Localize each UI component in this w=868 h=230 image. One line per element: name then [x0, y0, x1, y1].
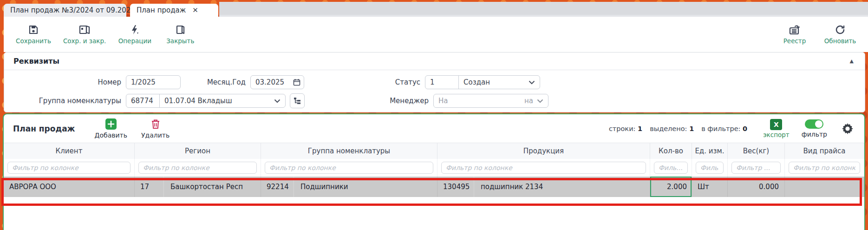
excel-icon: X — [770, 119, 782, 130]
sales-plan-grid-panel: План продаж Добавить Удалить строки: 1 в… — [3, 113, 865, 230]
status-code[interactable]: 1 — [425, 76, 459, 89]
group-code: 92214 — [267, 177, 294, 197]
group-name: Подшипники — [300, 183, 348, 191]
delete-row-label: Удалить — [141, 131, 170, 139]
add-row-label: Добавить — [95, 131, 127, 139]
tree-select-button[interactable] — [290, 93, 305, 108]
grid-toolbar: План продаж Добавить Удалить строки: 1 в… — [4, 114, 864, 143]
delete-row-button[interactable]: Удалить — [141, 118, 170, 139]
manager-combobox[interactable]: На на — [433, 94, 548, 108]
tab-label: План продаж №3/2024 от 09.2024 — [10, 6, 135, 14]
operations-button[interactable]: Операции — [118, 24, 151, 45]
column-header-client[interactable]: Клиент — [4, 143, 135, 159]
requisites-row-1: Номер Месяц.Год Статус 1 Созд — [4, 75, 865, 90]
filter-input-region[interactable] — [138, 162, 257, 174]
save-and-close-label: Сохр. и закр. — [63, 37, 106, 45]
table-row-selected[interactable]: АВРОРА ООО 17 Башкортостан Респ 92214 По… — [4, 177, 864, 197]
cell-product[interactable]: 130495 подшипник 2134 — [437, 177, 650, 197]
tab-plan-3-2024[interactable]: План продаж №3/2024 от 09.2024 ✕ — [4, 4, 126, 17]
column-header-price-kind[interactable]: Вид прайса — [785, 143, 864, 159]
tab-bar-filler — [219, 2, 868, 17]
tab-label: План продаж — [137, 6, 186, 14]
status-combobox[interactable]: 1 Создан — [425, 75, 540, 89]
table-filter-row — [4, 159, 864, 177]
manager-label: Менеджер — [305, 97, 429, 105]
column-header-product[interactable]: Продукция — [437, 143, 650, 159]
filter-input-product[interactable] — [441, 162, 646, 174]
region-code: 17 — [140, 177, 163, 197]
column-header-unit[interactable]: Ед. изм. — [692, 143, 728, 159]
filter-input-qty[interactable] — [654, 162, 688, 174]
chevron-down-icon[interactable] — [537, 99, 543, 103]
manager-value: На — [438, 97, 521, 105]
filter-toggle[interactable]: фильтр — [802, 119, 827, 138]
close-icon[interactable]: ✕ — [192, 6, 198, 14]
toolbar-right-group: Реестр Обновить — [778, 24, 857, 45]
subcell-divider — [163, 177, 164, 197]
cell-client[interactable]: АВРОРА ООО — [4, 177, 135, 197]
column-header-group[interactable]: Группа номенклатуры — [261, 143, 437, 159]
requisites-title: Реквизиты — [13, 57, 59, 66]
save-label: Сохранить — [16, 37, 51, 45]
region-name: Башкортостан Респ — [170, 183, 243, 191]
calendar-icon[interactable] — [293, 79, 300, 86]
table-header-row: Клиент Регион Группа номенклатуры Продук… — [4, 143, 864, 159]
refresh-icon — [835, 24, 846, 35]
nomenclature-group-label: Группа номенклатуры — [4, 97, 121, 105]
requisites-header: Реквизиты ▲ — [4, 53, 865, 70]
status-label: Статус — [304, 78, 420, 86]
nomenclature-group-combobox[interactable]: 68774 01.07.04 Вкладыш — [126, 94, 286, 108]
tab-plan-prodazh-active[interactable]: План продаж ✕ — [130, 4, 218, 17]
nomenclature-group-value: 01.07.04 Вкладыш — [164, 97, 270, 105]
cell-unit[interactable]: Шт — [692, 177, 728, 197]
column-header-region[interactable]: Регион — [135, 143, 261, 159]
filter-input-price-kind[interactable] — [789, 162, 860, 174]
filter-input-client[interactable] — [7, 162, 131, 174]
filter-input-unit[interactable] — [696, 162, 724, 174]
column-header-weight[interactable]: Вес(кг) — [728, 143, 785, 159]
refresh-button[interactable]: Обновить — [823, 24, 857, 45]
requisites-row-2: Группа номенклатуры 68774 01.07.04 Вклад… — [4, 93, 865, 108]
close-form-label: Закрыть — [166, 37, 194, 45]
save-button[interactable]: Сохранить — [16, 24, 51, 45]
number-label: Номер — [4, 78, 121, 86]
door-icon — [175, 24, 186, 35]
export-excel-button[interactable]: X экспорт — [763, 119, 790, 138]
operations-label: Операции — [118, 37, 151, 45]
trash-icon — [150, 118, 161, 130]
app-window: План продаж №3/2024 от 09.2024 ✕ План пр… — [4, 0, 868, 230]
close-form-button[interactable]: Закрыть — [163, 24, 197, 45]
plus-square-icon — [105, 118, 117, 130]
cell-nomenclature-group[interactable]: 92214 Подшипники — [261, 177, 437, 197]
cell-qty-editable[interactable]: 2.000 — [650, 177, 692, 197]
month-year-label: Месяц.Год — [181, 78, 246, 86]
toggle-on-icon[interactable] — [805, 119, 823, 129]
registry-button[interactable]: Реестр — [778, 24, 811, 45]
filter-input-weight[interactable] — [731, 162, 781, 174]
add-row-button[interactable]: Добавить — [95, 118, 127, 139]
main-toolbar: Сохранить Сохр. и закр. — [4, 17, 868, 52]
rows-count: строки: 1 — [609, 125, 642, 132]
status-value: Создан — [463, 78, 525, 86]
number-input[interactable] — [126, 75, 181, 89]
gear-icon[interactable] — [841, 122, 854, 135]
requisites-panel: Реквизиты ▲ Номер Месяц.Год Статус — [4, 52, 865, 112]
save-and-close-button[interactable]: Сохр. и закр. — [63, 24, 106, 45]
manager-right-text: на — [524, 97, 533, 105]
product-name: подшипник 2134 — [481, 183, 543, 191]
column-header-qty[interactable]: Кол-во — [650, 143, 692, 159]
cell-weight[interactable]: 0.000 — [728, 177, 785, 197]
chevron-down-icon[interactable] — [274, 99, 281, 103]
filter-input-group[interactable] — [265, 162, 433, 174]
cell-price-kind[interactable] — [785, 177, 864, 197]
registry-icon — [789, 24, 801, 35]
filter-toggle-label: фильтр — [802, 131, 827, 138]
nomenclature-group-code[interactable]: 68774 — [126, 94, 160, 107]
cell-region[interactable]: 17 Башкортостан Респ — [135, 177, 261, 197]
toolbar-left-group: Сохранить Сохр. и закр. — [16, 24, 197, 45]
lightning-icon — [129, 24, 140, 35]
chevron-down-icon[interactable] — [529, 80, 535, 85]
requisites-body: Номер Месяц.Год Статус 1 Созд — [4, 70, 865, 108]
export-label: экспорт — [763, 131, 790, 138]
collapse-caret-icon[interactable]: ▲ — [850, 58, 854, 64]
